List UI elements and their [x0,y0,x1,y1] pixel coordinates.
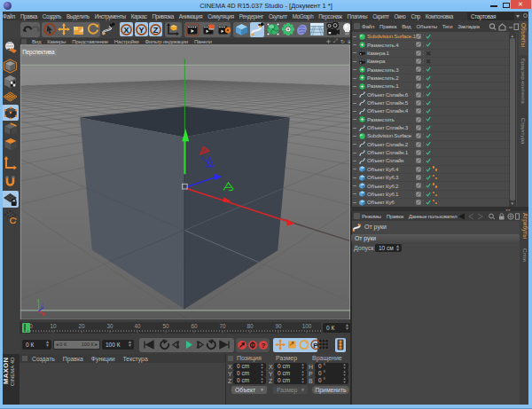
svg-text:?: ? [262,342,266,350]
svg-text:30: 30 [106,323,113,329]
svg-text:40: 40 [134,323,141,329]
svg-text:0: 0 [29,323,33,329]
svg-text:Перспектива: Перспектива [22,49,55,56]
svg-text:50: 50 [162,323,169,329]
svg-text:90: 90 [275,323,282,329]
svg-text:20: 20 [78,323,85,329]
svg-text:10: 10 [50,323,57,329]
svg-text:70: 70 [219,323,226,329]
svg-text:X: X [123,25,129,34]
svg-text:Y: Y [138,25,144,34]
svg-text:Z: Z [41,303,43,308]
svg-text:80: 80 [246,323,254,329]
svg-text:100: 100 [302,323,312,329]
svg-text:Z: Z [153,25,159,34]
svg-text:60: 60 [191,323,198,329]
